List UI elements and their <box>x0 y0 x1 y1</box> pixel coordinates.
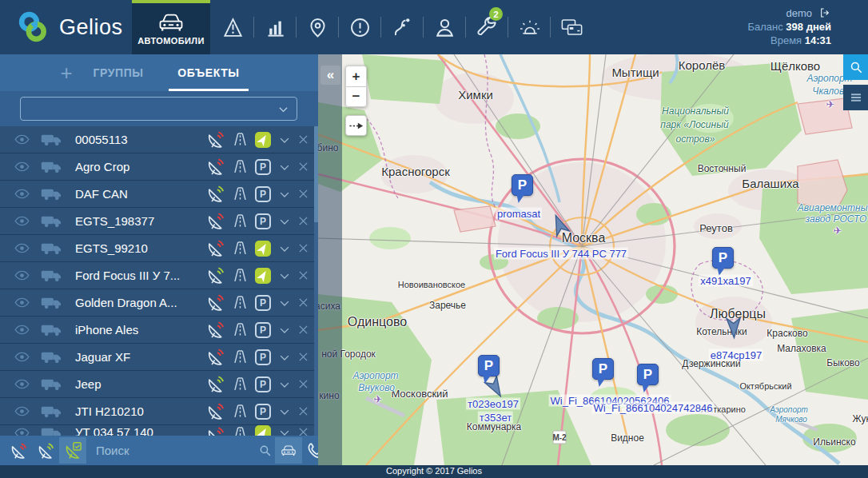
remove-icon[interactable] <box>297 377 310 391</box>
app-logo[interactable]: Gelios <box>0 0 132 54</box>
vehicle-row[interactable]: 00055113 <box>0 126 318 153</box>
vehicle-row[interactable]: EGTS_198377P <box>0 208 318 235</box>
marker-label[interactable]: т353ет <box>478 412 513 424</box>
marker-label[interactable]: Wi_Fi_866104024742846 <box>592 402 715 414</box>
marker-label[interactable]: Ford Focus III У 744 РС 777 <box>494 248 628 260</box>
visibility-eye-icon[interactable] <box>14 295 30 310</box>
vehicle-row[interactable]: Golden Dragon A...P <box>0 289 318 317</box>
vehicle-name[interactable]: Jaguar XF <box>75 350 205 364</box>
vehicle-name[interactable]: DAF CAN <box>75 187 205 201</box>
user-icon[interactable] <box>424 0 465 54</box>
marker-label[interactable]: x491xa197 <box>699 275 753 287</box>
satellite-online-icon[interactable] <box>32 437 59 464</box>
road-track-icon[interactable] <box>232 349 249 365</box>
visibility-eye-icon[interactable] <box>14 241 30 256</box>
payment-cards-icon[interactable] <box>551 0 592 54</box>
direction-arrow-marker[interactable] <box>723 316 743 341</box>
vehicle-row[interactable]: Jaguar XFP <box>0 344 318 371</box>
road-track-icon[interactable] <box>232 240 249 257</box>
chevron-down-icon[interactable] <box>277 133 292 147</box>
satellite-selected-icon[interactable] <box>59 437 86 464</box>
parking-marker[interactable]: P <box>512 174 533 205</box>
collapse-sidebar-button[interactable]: « <box>321 66 340 85</box>
remove-icon[interactable] <box>297 214 310 228</box>
zoom-out-button[interactable]: − <box>345 86 367 107</box>
remove-icon[interactable] <box>297 241 310 255</box>
zoom-in-button[interactable]: + <box>345 66 367 86</box>
add-group-button[interactable]: + <box>54 57 78 89</box>
vehicle-row[interactable]: УТ 034 57 140 <box>0 425 318 436</box>
tab-objects[interactable]: ОБЪЕКТЫ <box>166 54 251 91</box>
vehicle-name[interactable]: JTI H210210 <box>75 404 205 418</box>
warning-triangle-icon[interactable] <box>212 0 253 54</box>
parking-marker-box[interactable]: P <box>637 364 659 385</box>
remove-icon[interactable] <box>297 425 310 436</box>
vehicle-name[interactable]: 00055113 <box>75 133 205 146</box>
chevron-down-icon[interactable] <box>277 377 292 392</box>
location-pin-icon[interactable] <box>297 0 338 54</box>
vehicle-row[interactable]: JeepP <box>0 371 318 398</box>
bar-chart-icon[interactable] <box>254 0 296 54</box>
remove-icon[interactable] <box>297 323 310 337</box>
remove-icon[interactable] <box>297 350 310 364</box>
vehicle-name[interactable]: Agro Crop <box>75 160 205 173</box>
chevron-down-icon[interactable] <box>277 425 292 436</box>
vehicle-name[interactable]: Jeep <box>75 377 205 391</box>
visibility-eye-icon[interactable] <box>14 213 30 229</box>
vehicle-row[interactable]: JTI H210210P <box>0 398 318 425</box>
chevron-down-icon[interactable] <box>277 214 292 229</box>
vehicle-name[interactable]: Ford Focus III У 7... <box>75 269 205 282</box>
chevron-down-icon[interactable] <box>277 296 292 310</box>
visibility-eye-icon[interactable] <box>14 186 30 201</box>
marker-label[interactable]: т023ео197 <box>466 398 520 410</box>
tab-groups[interactable]: ГРУППЫ <box>78 54 158 91</box>
map[interactable]: ХимкиМытищиКоролёвЩёлковоКрасногорскМоск… <box>318 54 868 465</box>
wrench-icon[interactable]: 2 <box>466 0 508 54</box>
road-track-icon[interactable] <box>232 403 249 420</box>
satellite-offline-icon[interactable] <box>5 437 32 464</box>
remove-icon[interactable] <box>297 296 310 309</box>
chevron-down-icon[interactable] <box>277 269 292 283</box>
road-track-icon[interactable] <box>232 321 249 338</box>
map-search-button[interactable] <box>843 54 868 80</box>
parking-marker-box[interactable]: P <box>592 358 614 380</box>
chevron-down-icon[interactable] <box>277 241 292 256</box>
parking-marker[interactable]: P <box>637 364 659 394</box>
remove-icon[interactable] <box>297 404 310 418</box>
measure-tool-button[interactable] <box>345 115 367 136</box>
remove-icon[interactable] <box>297 160 310 173</box>
road-track-icon[interactable] <box>232 131 249 148</box>
vehicle-name[interactable]: iPhone Ales <box>75 323 205 337</box>
search-input[interactable] <box>96 444 255 457</box>
route-track-icon[interactable] <box>381 0 423 54</box>
chevron-down-icon[interactable] <box>277 323 292 337</box>
visibility-eye-icon[interactable] <box>14 322 30 337</box>
vehicle-row[interactable]: Ford Focus III У 7... <box>0 262 318 289</box>
visibility-eye-icon[interactable] <box>14 425 30 436</box>
parking-marker[interactable]: P <box>592 358 614 388</box>
map-menu-button[interactable] <box>843 85 868 110</box>
parking-marker[interactable]: P <box>478 355 500 385</box>
road-track-icon[interactable] <box>232 158 249 175</box>
group-select[interactable] <box>20 97 297 121</box>
marker-label[interactable]: e874cp197 <box>709 349 763 361</box>
direction-arrow-marker[interactable] <box>546 210 572 240</box>
vehicle-name[interactable]: EGTS_99210 <box>75 241 205 255</box>
nav-tab-vehicles[interactable]: АВТОМОБИЛИ <box>132 0 210 54</box>
vehicle-name[interactable]: УТ 034 57 140 <box>75 425 205 436</box>
alert-circle-icon[interactable] <box>339 0 380 54</box>
parking-marker[interactable]: P <box>712 247 734 277</box>
chevron-down-icon[interactable] <box>277 350 292 364</box>
chevron-down-icon[interactable] <box>277 404 292 419</box>
vehicle-row[interactable]: EGTS_99210 <box>0 235 318 262</box>
visibility-eye-icon[interactable] <box>14 132 30 147</box>
road-track-icon[interactable] <box>232 294 249 311</box>
car-icon[interactable] <box>275 437 302 464</box>
parking-marker-box[interactable]: P <box>512 174 533 196</box>
parking-marker-box[interactable]: P <box>478 355 500 376</box>
visibility-eye-icon[interactable] <box>14 268 30 283</box>
road-track-icon[interactable] <box>232 425 249 436</box>
vehicle-name[interactable]: Golden Dragon A... <box>75 296 205 309</box>
logout-icon[interactable] <box>818 6 831 19</box>
road-track-icon[interactable] <box>232 267 249 284</box>
